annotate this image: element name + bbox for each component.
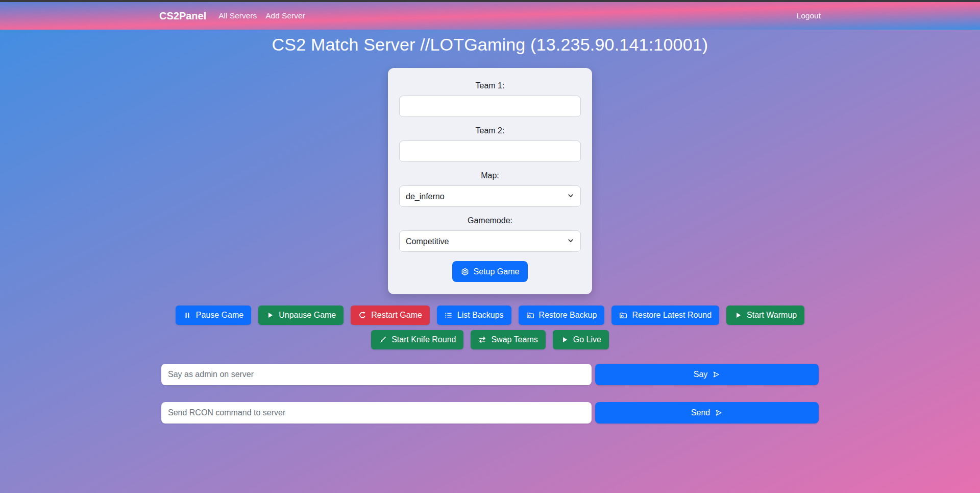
team1-input[interactable] [399, 96, 581, 117]
play-icon [734, 311, 742, 319]
actions-row-1: Pause GameUnpause GameRestart GameList B… [0, 306, 980, 325]
send-button-label: Send [691, 408, 710, 417]
action-button-label: Restore Latest Round [632, 311, 712, 320]
folder-restore-icon [526, 311, 534, 319]
action-button-label: Pause Game [196, 311, 243, 320]
list-backups-button[interactable]: List Backups [437, 306, 511, 325]
unpause-game-button[interactable]: Unpause Game [258, 306, 344, 325]
say-row: Say [161, 364, 819, 385]
action-button-label: Unpause Game [279, 311, 336, 320]
list-icon [445, 311, 453, 319]
restore-backup-button[interactable]: Restore Backup [519, 306, 605, 325]
team2-input[interactable] [399, 140, 581, 162]
play-icon [266, 311, 274, 319]
nav-link-add-server[interactable]: Add Server [265, 11, 305, 20]
go-live-button[interactable]: Go Live [553, 330, 609, 349]
map-label: Map: [399, 171, 581, 180]
setup-game-button[interactable]: Setup Game [452, 261, 528, 282]
say-button[interactable]: Say [595, 364, 819, 385]
action-button-label: Restart Game [371, 311, 422, 320]
action-button-label: Go Live [573, 335, 601, 344]
action-button-label: List Backups [457, 311, 504, 320]
action-button-label: Swap Teams [491, 335, 537, 344]
nav-link-all-servers[interactable]: All Servers [218, 11, 257, 20]
knife-icon [379, 336, 387, 344]
say-button-label: Say [694, 370, 708, 379]
action-button-label: Start Warmup [747, 311, 797, 320]
start-knife-round-button[interactable]: Start Knife Round [371, 330, 463, 349]
send-icon [712, 370, 720, 379]
map-select[interactable]: de_inferno [399, 185, 581, 207]
swap-icon [478, 336, 486, 344]
play-icon [560, 336, 569, 344]
pause-icon [183, 311, 191, 319]
setup-game-button-label: Setup Game [474, 267, 520, 276]
send-icon [715, 409, 723, 417]
match-setup-card: Team 1: Team 2: Map: de_inferno Gamemode… [388, 68, 592, 294]
restart-game-button[interactable]: Restart Game [351, 306, 430, 325]
pause-game-button[interactable]: Pause Game [176, 306, 251, 325]
navbar: CS2Panel All Servers Add Server Logout [0, 2, 980, 30]
start-warmup-button[interactable]: Start Warmup [726, 306, 804, 325]
action-button-label: Restore Backup [539, 311, 597, 320]
gamemode-label: Gamemode: [399, 216, 581, 225]
rcon-row: Send [161, 402, 819, 424]
rcon-input[interactable] [161, 402, 592, 424]
team2-label: Team 2: [399, 126, 581, 135]
swap-teams-button[interactable]: Swap Teams [471, 330, 545, 349]
logout-link[interactable]: Logout [797, 11, 821, 20]
actions-row-2: Start Knife RoundSwap TeamsGo Live [0, 330, 980, 349]
say-input[interactable] [161, 364, 592, 385]
brand-cs2panel[interactable]: CS2Panel [159, 10, 206, 22]
gear-icon [461, 268, 469, 276]
restart-icon [358, 311, 366, 319]
send-rcon-button[interactable]: Send [595, 402, 819, 424]
folder-restore-icon [619, 311, 627, 319]
page-title: CS2 Match Server //LOTGaming (13.235.90.… [0, 35, 980, 55]
gamemode-select[interactable]: Competitive [399, 230, 581, 252]
action-button-label: Start Knife Round [391, 335, 456, 344]
restore-latest-round-button[interactable]: Restore Latest Round [611, 306, 719, 325]
team1-label: Team 1: [399, 81, 581, 90]
